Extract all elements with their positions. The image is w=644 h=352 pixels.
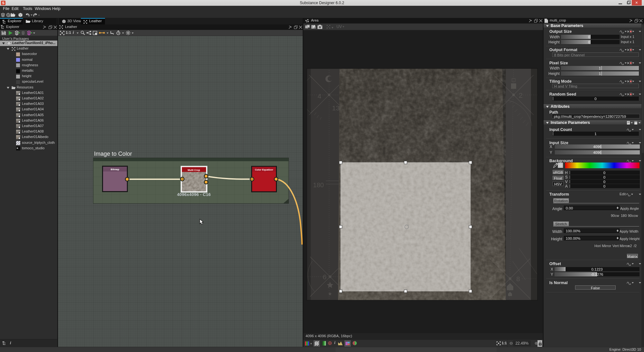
svg-text:6: 6 (323, 273, 327, 281)
svg-text:4: 4 (317, 92, 321, 100)
svg-text:4096x4096 - C16: 4096x4096 - C16 (177, 192, 211, 197)
svg-text:Bitmap: Bitmap (111, 168, 119, 171)
svg-text:180: 180 (313, 181, 324, 189)
svg-text:Multi Crop: Multi Crop (188, 169, 200, 171)
svg-text:8: 8 (516, 275, 520, 283)
svg-text:Color Equalizer: Color Equalizer (255, 168, 273, 171)
svg-text:13: 13 (332, 104, 339, 112)
svg-text:2: 2 (519, 91, 523, 99)
